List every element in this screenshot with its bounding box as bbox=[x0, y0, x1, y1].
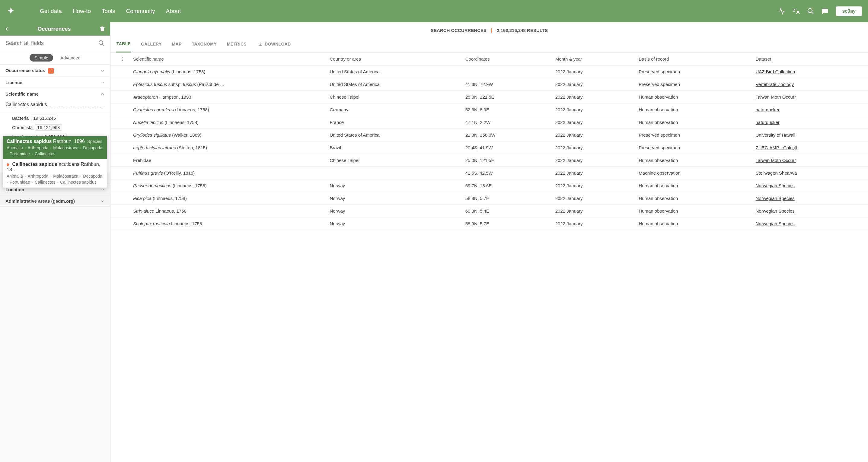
table-row[interactable]: Cyanistes caeruleus (Linnaeus, 1758)Germ… bbox=[111, 103, 868, 116]
table-header-row: ⋮ Scientific name Country or area Coordi… bbox=[111, 53, 868, 65]
option-breadcrumbs: Animalia›Arthropoda›Malacostraca›Decapod… bbox=[7, 145, 103, 156]
table-row[interactable]: ErebidaeChinese Taipei25.0N, 121.5E2022 … bbox=[111, 154, 868, 167]
filter-occurrence-status[interactable]: Occurrence status ! bbox=[0, 65, 110, 77]
col-country[interactable]: Country or area bbox=[326, 53, 461, 65]
table-row[interactable]: Passer domesticus (Linnaeus, 1758)Norway… bbox=[111, 179, 868, 192]
tab-taxonomy[interactable]: TAXONOMY bbox=[191, 36, 217, 52]
dataset-link[interactable]: Norwegian Species bbox=[756, 208, 795, 213]
search-label: SEARCH OCCURRENCES bbox=[431, 28, 487, 33]
nav-how-to[interactable]: How-to bbox=[73, 8, 91, 14]
tab-download[interactable]: DOWNLOAD bbox=[258, 36, 291, 52]
dataset-link[interactable]: naturgucker bbox=[756, 120, 780, 125]
activity-icon[interactable] bbox=[778, 7, 785, 15]
nav-tools[interactable]: Tools bbox=[102, 8, 115, 14]
cell-scientific-name: Eptesicus fuscus subsp. fuscus (Palisot … bbox=[129, 78, 326, 91]
dataset-link[interactable]: Norwegian Species bbox=[756, 196, 795, 201]
table-row[interactable]: Araeopteron Hampson, 1893Chinese Taipei2… bbox=[111, 91, 868, 103]
results-table-wrap[interactable]: ⋮ Scientific name Country or area Coordi… bbox=[111, 53, 868, 462]
chat-icon[interactable] bbox=[822, 7, 829, 15]
dataset-link[interactable]: UAZ Bird Collection bbox=[756, 69, 795, 74]
dataset-link[interactable]: Norwegian Species bbox=[756, 221, 795, 226]
table-row[interactable]: Pica pica (Linnaeus, 1758)Norway58.8N, 5… bbox=[111, 192, 868, 205]
col-dataset[interactable]: Dataset bbox=[751, 53, 868, 65]
cell-coord: 52.3N, 8.9E bbox=[461, 103, 551, 116]
taxon-count: 19,516,245 bbox=[31, 115, 58, 121]
back-icon[interactable] bbox=[5, 27, 9, 31]
nav-community[interactable]: Community bbox=[126, 8, 155, 14]
translate-icon[interactable] bbox=[793, 7, 800, 15]
taxon-count-row[interactable]: Bacteria19,516,245 bbox=[12, 113, 105, 123]
dataset-link[interactable]: ZUEC-AMP - Coleçã bbox=[756, 145, 797, 150]
col-scientific-name[interactable]: Scientific name bbox=[129, 53, 326, 65]
filter-admin-areas[interactable]: Administrative areas (gadm.org) bbox=[0, 195, 110, 207]
cell-basis: Human observation bbox=[634, 205, 751, 218]
trash-icon[interactable] bbox=[99, 26, 105, 32]
filter-label: Occurrence status ! bbox=[5, 68, 100, 74]
table-row[interactable]: Scolopax rusticola Linnaeus, 1758Norway5… bbox=[111, 218, 868, 230]
cell-date: 2022 January bbox=[551, 65, 635, 78]
cell-dataset: Stellwagen Shearwa bbox=[751, 167, 868, 179]
svg-line-1 bbox=[812, 12, 813, 14]
tab-table[interactable]: TABLE bbox=[116, 36, 131, 53]
filter-licence[interactable]: Licence bbox=[0, 77, 110, 88]
nav-about[interactable]: About bbox=[166, 8, 181, 14]
tab-gallery[interactable]: GALLERY bbox=[140, 36, 162, 52]
cell-dataset: Norwegian Species bbox=[751, 179, 868, 192]
chevron-right-icon: › bbox=[32, 152, 33, 156]
search-row bbox=[0, 36, 110, 51]
filter-label: Administrative areas (gadm.org) bbox=[5, 198, 100, 204]
dataset-link[interactable]: naturgucker bbox=[756, 107, 780, 112]
dataset-link[interactable]: Vertebrate Zoology bbox=[756, 82, 794, 87]
cell-scientific-name: Leptodactylus latrans (Steffen, 1815) bbox=[129, 141, 326, 154]
tab-metrics[interactable]: METRICS bbox=[226, 36, 247, 52]
search-input[interactable] bbox=[5, 40, 98, 46]
col-coordinates[interactable]: Coordinates bbox=[461, 53, 551, 65]
sidebar-header: Occurrences bbox=[0, 22, 110, 36]
cell-country: United States of America bbox=[326, 78, 461, 91]
search-field-icon[interactable] bbox=[98, 40, 105, 46]
table-row[interactable]: Clangula hyemalis (Linnaeus, 1758)United… bbox=[111, 65, 868, 78]
autocomplete-option[interactable]: Callinectes sapidus Rathbun, 1896 Specie… bbox=[3, 136, 107, 159]
row-actions-cell bbox=[111, 78, 129, 91]
breadcrumb-item: Callinectes bbox=[35, 180, 55, 185]
cell-dataset: ZUEC-AMP - Coleçã bbox=[751, 141, 868, 154]
topnav: Get data How-to Tools Community About bbox=[40, 8, 181, 14]
cell-date: 2022 January bbox=[551, 116, 635, 129]
autocomplete-option[interactable]: Callinectes sapidus acutidens Rathbun, 1… bbox=[3, 159, 107, 188]
mode-simple[interactable]: Simple bbox=[30, 54, 53, 62]
scientific-name-input[interactable] bbox=[5, 102, 105, 108]
dataset-link[interactable]: Taiwan Moth Occurr bbox=[756, 158, 796, 163]
filter-scientific-name-header[interactable]: Scientific name bbox=[0, 88, 110, 100]
search-icon[interactable] bbox=[807, 7, 814, 15]
nav-get-data[interactable]: Get data bbox=[40, 8, 62, 14]
cell-coord: 69.7N, 18.6E bbox=[461, 179, 551, 192]
user-badge[interactable]: sc3ay bbox=[836, 6, 862, 16]
table-row[interactable]: Nucella lapillus (Linnaeus, 1758)France4… bbox=[111, 116, 868, 129]
table-row[interactable]: Strix aluco Linnaeus, 1758Norway60.3N, 5… bbox=[111, 205, 868, 218]
results-header: SEARCH OCCURRENCES 2,163,216,348 RESULTS bbox=[111, 22, 868, 36]
row-actions-cell bbox=[111, 103, 129, 116]
table-row[interactable]: Puffinus gravis (O'Reilly, 1818)42.5S, 4… bbox=[111, 167, 868, 179]
col-month-year[interactable]: Month & year bbox=[551, 53, 635, 65]
taxon-count-row[interactable]: Chromista16,121,963 bbox=[12, 123, 105, 132]
cell-country: Norway bbox=[326, 192, 461, 205]
dataset-link[interactable]: University of Hawaii bbox=[756, 132, 796, 137]
row-actions-cell bbox=[111, 205, 129, 218]
cell-date: 2022 January bbox=[551, 129, 635, 141]
cell-date: 2022 January bbox=[551, 141, 635, 154]
table-row[interactable]: Gryllodes sigillatus (Walker, 1869)Unite… bbox=[111, 129, 868, 141]
cell-dataset: naturgucker bbox=[751, 103, 868, 116]
cell-scientific-name: Clangula hyemalis (Linnaeus, 1758) bbox=[129, 65, 326, 78]
mode-advanced[interactable]: Advanced bbox=[60, 54, 81, 62]
col-basis[interactable]: Basis of record bbox=[634, 53, 751, 65]
logo-icon[interactable] bbox=[6, 6, 16, 16]
cell-country: Germany bbox=[326, 103, 461, 116]
table-row[interactable]: Leptodactylus latrans (Steffen, 1815)Bra… bbox=[111, 141, 868, 154]
tab-map[interactable]: MAP bbox=[172, 36, 182, 52]
dataset-link[interactable]: Norwegian Species bbox=[756, 183, 795, 188]
dataset-link[interactable]: Taiwan Moth Occurr bbox=[756, 94, 796, 100]
taxon-name: Chromista bbox=[12, 125, 33, 130]
dataset-link[interactable]: Stellwagen Shearwa bbox=[756, 170, 797, 175]
table-row[interactable]: Eptesicus fuscus subsp. fuscus (Palisot … bbox=[111, 78, 868, 91]
kebab-icon[interactable]: ⋮ bbox=[115, 56, 125, 61]
